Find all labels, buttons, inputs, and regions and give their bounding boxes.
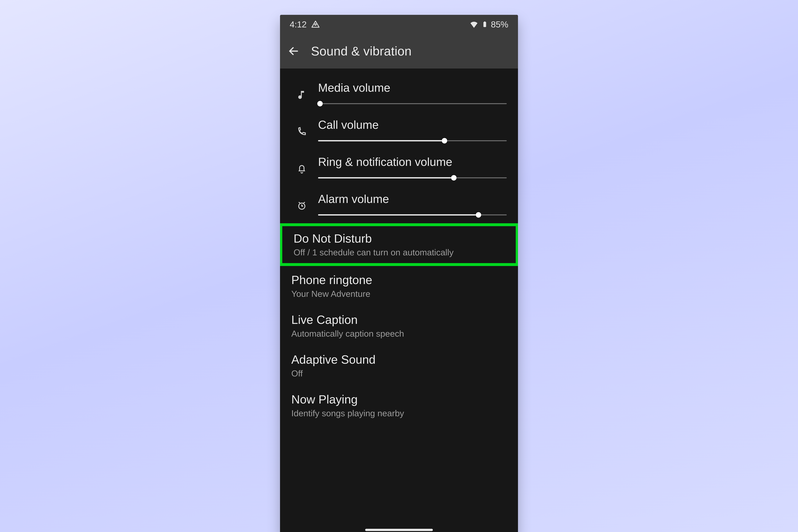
alarm-volume-row[interactable]: Alarm volume bbox=[280, 186, 518, 223]
dnd-subtitle: Off / 1 schedule can turn on automatical… bbox=[293, 247, 505, 257]
now-title: Now Playing bbox=[291, 393, 507, 406]
now-subtitle: Identify songs playing nearby bbox=[291, 408, 507, 418]
media-volume-row[interactable]: Media volume bbox=[280, 75, 518, 112]
call-volume-label: Call volume bbox=[318, 118, 507, 131]
svg-point-0 bbox=[315, 24, 316, 25]
caption-title: Live Caption bbox=[291, 313, 507, 327]
settings-sound-screen: 4:12 85% Sound & vibration bbox=[280, 15, 518, 532]
page-title: Sound & vibration bbox=[311, 44, 412, 58]
phone-icon bbox=[297, 126, 307, 137]
call-volume-row[interactable]: Call volume bbox=[280, 112, 518, 149]
svg-rect-2 bbox=[484, 21, 486, 22]
call-volume-slider[interactable] bbox=[318, 138, 507, 143]
ring-volume-label: Ring & notification volume bbox=[318, 155, 507, 169]
ring-volume-slider[interactable] bbox=[318, 175, 507, 180]
svg-rect-1 bbox=[483, 22, 486, 27]
alarm-volume-slider[interactable] bbox=[318, 213, 507, 217]
ringtone-title: Phone ringtone bbox=[291, 273, 507, 287]
now-playing-item[interactable]: Now Playing Identify songs playing nearb… bbox=[280, 385, 518, 425]
dnd-title: Do Not Disturb bbox=[293, 232, 505, 245]
do-not-disturb-item[interactable]: Do Not Disturb Off / 1 schedule can turn… bbox=[280, 223, 518, 266]
wifi-icon bbox=[469, 20, 479, 29]
ringtone-subtitle: Your New Adventure bbox=[291, 289, 507, 299]
clock: 4:12 bbox=[290, 19, 307, 29]
back-button[interactable] bbox=[288, 45, 299, 57]
settings-list: Media volume Call volume bbox=[280, 69, 518, 425]
status-bar: 4:12 85% bbox=[280, 15, 518, 34]
music-note-icon bbox=[297, 89, 307, 100]
battery-percent: 85% bbox=[491, 19, 508, 29]
ring-volume-row[interactable]: Ring & notification volume bbox=[280, 149, 518, 186]
adaptive-sound-item[interactable]: Adaptive Sound Off bbox=[280, 346, 518, 385]
adaptive-title: Adaptive Sound bbox=[291, 353, 507, 366]
media-volume-slider[interactable] bbox=[318, 101, 507, 106]
media-volume-label: Media volume bbox=[318, 81, 507, 94]
bell-icon bbox=[297, 163, 307, 174]
caption-subtitle: Automatically caption speech bbox=[291, 328, 507, 339]
triangle-warning-icon bbox=[311, 20, 320, 29]
alarm-volume-label: Alarm volume bbox=[318, 192, 507, 206]
live-caption-item[interactable]: Live Caption Automatically caption speec… bbox=[280, 306, 518, 346]
adaptive-subtitle: Off bbox=[291, 368, 507, 378]
alarm-clock-icon bbox=[297, 201, 307, 211]
battery-icon bbox=[481, 19, 488, 29]
home-indicator[interactable] bbox=[365, 529, 433, 531]
app-bar: Sound & vibration bbox=[280, 34, 518, 69]
phone-ringtone-item[interactable]: Phone ringtone Your New Adventure bbox=[280, 266, 518, 306]
